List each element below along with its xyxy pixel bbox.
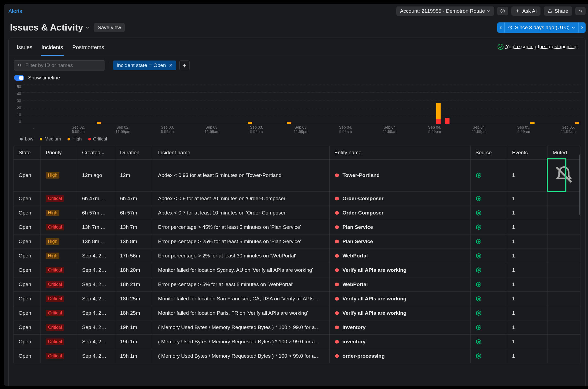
cell-muted[interactable] — [548, 291, 580, 306]
cell-entity[interactable]: Verify all APIs are working — [329, 291, 470, 306]
cell-muted[interactable] — [548, 306, 580, 320]
th-priority[interactable]: Priority — [41, 146, 77, 160]
th-muted[interactable]: Muted — [548, 146, 580, 160]
cell-entity[interactable]: WebPortal — [329, 277, 470, 291]
help-button[interactable]: ? — [497, 7, 508, 15]
filter-chip-incident-state[interactable]: Incident state = Open ✕ — [113, 61, 176, 70]
th-duration[interactable]: Duration — [115, 146, 153, 160]
page-title[interactable]: Issues & Activity — [10, 22, 89, 33]
entity-hex-icon — [334, 210, 339, 216]
cell-duration: 13h 7m — [115, 220, 153, 234]
cell-entity[interactable]: Tower-Portland — [329, 160, 470, 192]
tab-postmortems[interactable]: Postmortems — [72, 42, 105, 56]
cell-entity[interactable]: inventory — [329, 320, 470, 334]
cell-entity[interactable]: WebPortal — [329, 249, 470, 263]
cell-priority: Critical — [41, 263, 77, 277]
timerange-picker[interactable]: Since 3 days ago (UTC) — [497, 22, 586, 33]
cell-entity[interactable]: Verify all APIs are working — [329, 306, 470, 320]
cell-entity[interactable]: Plan Service — [329, 220, 470, 234]
cell-events: 1 — [507, 349, 548, 363]
cell-created: Sep 4, 2… — [77, 263, 115, 277]
ask-ai-button[interactable]: Ask AI — [511, 6, 540, 16]
tab-incidents[interactable]: Incidents — [41, 42, 64, 56]
save-view-button[interactable]: Save view — [94, 23, 125, 32]
cell-entity[interactable]: Order-Composer — [329, 191, 470, 206]
svg-point-3 — [18, 64, 21, 66]
share-button[interactable]: Share — [544, 6, 572, 16]
cell-muted[interactable] — [548, 206, 580, 220]
account-selector[interactable]: Account: 2119955 - Demotron Rotate — [396, 6, 494, 16]
table-row[interactable]: OpenCriticalSep 4, 2…19h 1m( Memory Used… — [14, 320, 580, 334]
cell-muted[interactable] — [548, 277, 580, 291]
cell-muted[interactable] — [548, 349, 580, 363]
cell-incident-name: Error percentage > 45% for at least 5 mi… — [153, 220, 329, 234]
cell-events: 1 — [507, 206, 548, 220]
table-row[interactable]: OpenCriticalSep 4, 2…18h 20mMonitor fail… — [14, 263, 580, 277]
cell-duration: 19h 1m — [115, 320, 153, 334]
chip-clear-icon[interactable]: ✕ — [169, 62, 173, 68]
cell-muted[interactable] — [548, 160, 580, 192]
alerts-breadcrumb[interactable]: Alerts — [8, 8, 22, 14]
timerange-prev[interactable] — [497, 22, 505, 33]
newrelic-icon — [475, 224, 482, 230]
cell-muted[interactable] — [548, 320, 580, 334]
chevron-down-icon — [86, 26, 89, 29]
timerange-display[interactable]: Since 3 days ago (UTC) — [505, 22, 579, 33]
cell-entity[interactable]: Plan Service — [329, 234, 470, 249]
cell-muted[interactable] — [548, 234, 580, 249]
cell-events: 1 — [507, 320, 548, 334]
table-row[interactable]: OpenCritical13h 7m …13h 7mError percenta… — [14, 220, 580, 234]
th-incident[interactable]: Incident name — [153, 146, 329, 160]
cell-muted[interactable] — [548, 334, 580, 349]
cell-entity[interactable]: Verify all APIs are working — [329, 263, 470, 277]
cell-state: Open — [14, 191, 41, 206]
chevron-down-icon — [572, 26, 575, 29]
th-entity[interactable]: Entity name — [329, 146, 470, 160]
cell-entity[interactable]: Order-Composer — [329, 206, 470, 220]
table-row[interactable]: OpenCriticalSep 4, 2…19h 1m( Memory Used… — [14, 334, 580, 349]
cell-duration: 12m — [115, 160, 153, 192]
cell-state: Open — [14, 349, 41, 363]
cell-created: Sep 4, 2… — [77, 277, 115, 291]
cell-muted[interactable] — [548, 249, 580, 263]
timerange-next[interactable] — [579, 22, 586, 33]
th-source[interactable]: Source — [471, 146, 507, 160]
table-row[interactable]: OpenCritical6h 47m …6h 47mApdex < 0.9 fo… — [14, 191, 580, 206]
cell-created: 12m ago — [77, 160, 115, 192]
cell-events: 1 — [507, 291, 548, 306]
th-state[interactable]: State — [14, 146, 41, 160]
show-timeline-toggle[interactable] — [14, 75, 24, 81]
cell-entity[interactable]: order-processing — [329, 349, 470, 363]
latest-incident-notice[interactable]: You're seeing the latest incident — [498, 44, 578, 53]
cell-muted[interactable] — [548, 220, 580, 234]
table-row[interactable]: OpenCriticalSep 4, 2…18h 25mMonitor fail… — [14, 306, 580, 320]
table-row[interactable]: OpenCriticalSep 4, 2…18h 21mError percen… — [14, 277, 580, 291]
cell-state: Open — [14, 291, 41, 306]
table-row[interactable]: OpenCriticalSep 4, 2…19h 1m( Memory Used… — [14, 349, 580, 363]
copy-link-button[interactable] — [575, 7, 586, 15]
table-row[interactable]: OpenHigh6h 57m …6h 57mApdex < 0.7 for at… — [14, 206, 580, 220]
newrelic-icon — [475, 210, 482, 216]
cell-source — [471, 320, 507, 334]
table-row[interactable]: OpenCriticalSep 4, 2…18h 25mMonitor fail… — [14, 291, 580, 306]
scrollbar[interactable] — [579, 154, 580, 216]
table-row[interactable]: OpenHighSep 4, 2…17h 56mError percentage… — [14, 249, 580, 263]
cell-muted[interactable] — [548, 191, 580, 206]
cell-incident-name: Error percentage > 5% for at least 5 min… — [153, 277, 329, 291]
add-filter-button[interactable]: ＋ — [179, 61, 190, 70]
search-input[interactable] — [25, 62, 101, 69]
th-created[interactable]: Created ↓ — [77, 146, 115, 160]
table-row[interactable]: OpenHigh12m ago12mApdex < 0.93 for at le… — [14, 160, 580, 192]
cell-muted[interactable] — [548, 263, 580, 277]
table-row[interactable]: OpenHigh13h 8m …13h 8mError percentage >… — [14, 234, 580, 249]
th-events[interactable]: Events — [507, 146, 548, 160]
cell-created: Sep 4, 2… — [77, 291, 115, 306]
search-input-wrap[interactable] — [14, 60, 104, 71]
cell-events: 1 — [507, 334, 548, 349]
tab-issues[interactable]: Issues — [16, 42, 33, 56]
cell-created: 6h 47m … — [77, 191, 115, 206]
cell-state: Open — [14, 160, 41, 192]
entity-hex-icon — [334, 267, 339, 273]
cell-created: Sep 4, 2… — [77, 306, 115, 320]
cell-entity[interactable]: inventory — [329, 334, 470, 349]
